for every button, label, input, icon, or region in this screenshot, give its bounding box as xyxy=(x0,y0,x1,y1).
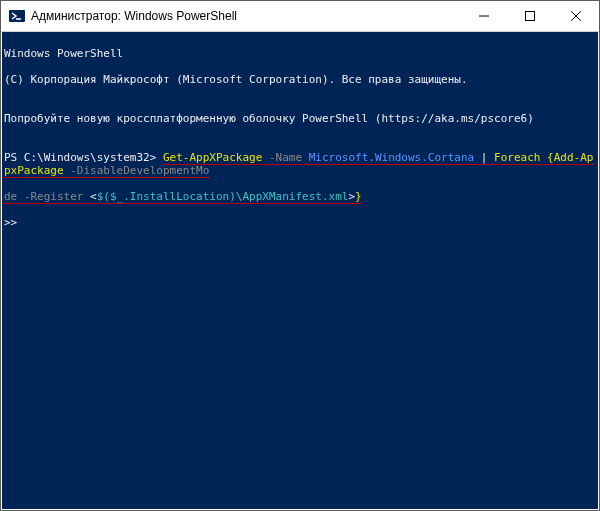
window-controls xyxy=(461,1,599,31)
banner-line: Попробуйте новую кроссплатформенную обол… xyxy=(4,112,596,125)
banner-line: Windows PowerShell xyxy=(4,47,596,60)
expression: $($_.InstallLocation)\AppXManifest.xml xyxy=(97,190,349,204)
command-line: PS C:\Windows\system32> Get-AppXPackage … xyxy=(4,151,596,177)
window-title: Администратор: Windows PowerShell xyxy=(31,9,461,23)
titlebar[interactable]: Администратор: Windows PowerShell xyxy=(1,1,599,32)
brace: { xyxy=(547,151,554,165)
minimize-button[interactable] xyxy=(461,1,507,31)
powershell-icon xyxy=(9,8,25,24)
close-button[interactable] xyxy=(553,1,599,31)
brace: } xyxy=(355,190,362,204)
param-flag: -DisableDevelopmentMo xyxy=(64,164,210,178)
param-flag: -Register xyxy=(24,190,90,204)
continuation-prompt: >> xyxy=(4,216,596,229)
param-flag: -Name xyxy=(262,151,308,165)
prompt: PS C:\Windows\system32> xyxy=(4,151,163,164)
maximize-button[interactable] xyxy=(507,1,553,31)
svg-rect-3 xyxy=(526,12,535,21)
banner-line: (C) Корпорация Майкрософт (Microsoft Cor… xyxy=(4,73,596,86)
cmdlet: Get-AppXPackage xyxy=(163,151,262,165)
console-area[interactable]: Windows PowerShell (C) Корпорация Майкро… xyxy=(2,32,598,509)
angle-bracket: < xyxy=(90,190,97,204)
param-flag-wrap: de xyxy=(4,190,24,204)
pipe: | xyxy=(474,151,494,165)
keyword: Foreach xyxy=(494,151,547,165)
param-value: Microsoft.Windows.Cortana xyxy=(309,151,475,165)
powershell-window: Администратор: Windows PowerShell Window… xyxy=(0,0,600,511)
command-wrap-line: de -Register <$($_.InstallLocation)\AppX… xyxy=(4,190,596,203)
